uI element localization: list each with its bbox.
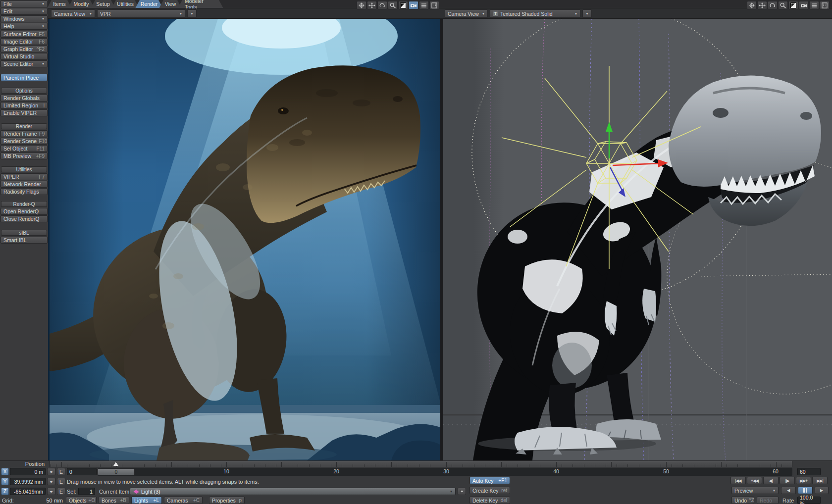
go-end-button[interactable]: ▶▶| — [812, 477, 828, 484]
edit-objects-button[interactable]: Objects+O — [66, 497, 97, 504]
sidebar-network-render[interactable]: Network Render — [0, 181, 48, 188]
pan-icon[interactable] — [747, 1, 757, 9]
single-view-icon[interactable] — [398, 1, 408, 9]
play-reverse-button[interactable]: ◀ — [781, 487, 796, 494]
film-icon[interactable] — [820, 1, 830, 9]
edit-cameras-button[interactable]: Cameras+C — [164, 497, 203, 504]
sidebar-graph-editor[interactable]: Graph Editor^F2 — [0, 46, 48, 52]
z-spinner[interactable]: ◂▸ — [47, 488, 55, 495]
item-picker-button[interactable] — [458, 488, 466, 495]
preview-dropdown[interactable]: Preview▼ — [731, 487, 779, 494]
sidebar-render-scene[interactable]: Render SceneF10 — [0, 138, 48, 145]
right-render-mode-dropdown[interactable]: T Textured Shaded Solid▼ — [490, 9, 580, 18]
tab-modify[interactable]: Modify — [68, 0, 95, 8]
tick-label-30: 30 — [436, 468, 456, 474]
sidebar-radiosity-flags[interactable]: Radiosity Flags — [0, 188, 48, 195]
left-render-mode-dropdown[interactable]: VPR▼ — [97, 9, 185, 18]
y-axis-badge[interactable]: Y — [1, 478, 9, 485]
sidebar-mb-preview[interactable]: MB Preview+F9 — [0, 152, 48, 159]
properties-button[interactable]: Propertiesp — [209, 497, 245, 504]
y-spinner[interactable]: ◂▸ — [47, 478, 55, 485]
move-icon[interactable] — [757, 1, 767, 9]
timeline-track[interactable]: 0 10 20 30 40 50 60 — [98, 468, 792, 476]
zoom-icon[interactable] — [778, 1, 788, 9]
chevron-down-icon: ▼ — [586, 12, 589, 15]
tab-modeler-tools[interactable]: Modeler Tools — [178, 0, 223, 8]
section-header-utilities: Utilities — [1, 166, 47, 172]
sidebar-limited-region[interactable]: Limited Regionl — [0, 102, 48, 109]
camera-icon[interactable] — [409, 1, 418, 9]
y-envelope-button[interactable]: E — [57, 478, 65, 485]
sidebar-sel-object[interactable]: Sel ObjectF11 — [0, 145, 48, 152]
delete-key-button[interactable]: Delete Keydel — [469, 497, 510, 504]
sidebar-image-editor[interactable]: Image EditorF6 — [0, 38, 48, 45]
single-view-icon[interactable] — [788, 1, 798, 9]
timeline-ruler[interactable] — [50, 460, 792, 467]
current-item-dropdown[interactable]: Light (3) ▼ — [130, 488, 456, 495]
sel-count-field: 1 — [78, 488, 95, 495]
edit-lights-button[interactable]: Lights+L — [131, 497, 162, 504]
tab-render[interactable]: Render — [135, 0, 163, 8]
redo-button[interactable]: Redo — [757, 497, 779, 504]
timeline-slider[interactable]: 0 — [98, 468, 135, 475]
pause-button[interactable] — [798, 487, 813, 494]
create-key-button[interactable]: Create Keyret — [469, 487, 510, 494]
rate-field[interactable]: 100.0 % — [797, 497, 821, 504]
step-back-button[interactable]: ◀|| — [763, 477, 779, 484]
undo-button[interactable]: Undo^Z — [731, 497, 754, 504]
opengl-viewport[interactable] — [443, 19, 832, 460]
right-header-extra-dropdown[interactable]: ▼ — [582, 9, 592, 18]
x-envelope-button[interactable]: E — [57, 468, 65, 475]
list-icon[interactable] — [419, 1, 429, 9]
chevron-down-icon: ▼ — [40, 25, 45, 28]
rotate-icon[interactable] — [377, 1, 387, 9]
x-spinner[interactable]: ◂▸ — [47, 468, 55, 475]
rotate-icon[interactable] — [768, 1, 778, 9]
move-icon[interactable] — [367, 1, 377, 9]
menu-help[interactable]: Help▼ — [0, 23, 48, 30]
sidebar-smart-ibl[interactable]: Smart IBL — [0, 237, 48, 244]
current-frame-field[interactable]: 0 — [67, 468, 97, 475]
section-header-options: Options — [1, 88, 47, 94]
sidebar-viper[interactable]: VIPERF7 — [0, 173, 48, 180]
x-position-field[interactable]: 0 m — [10, 468, 46, 475]
x-axis-badge[interactable]: X — [1, 468, 9, 475]
zoom-icon[interactable] — [388, 1, 398, 9]
prev-keyframe-button[interactable]: +◀◀ — [747, 477, 762, 484]
step-forward-button[interactable]: ||▶ — [780, 477, 795, 484]
z-envelope-button[interactable]: E — [57, 488, 65, 495]
pan-icon[interactable] — [357, 1, 366, 9]
camera-icon[interactable] — [799, 1, 809, 9]
next-keyframe-button[interactable]: ▶▶+ — [796, 477, 811, 484]
edit-bones-button[interactable]: Bones+B — [99, 497, 129, 504]
sidebar-render-globals[interactable]: Render Globals — [0, 95, 48, 101]
z-axis-badge[interactable]: Z — [1, 488, 9, 495]
menu-windows[interactable]: Windows▼ — [0, 15, 48, 22]
film-icon[interactable] — [429, 1, 439, 9]
auto-key-button[interactable]: Auto Key+F1 — [469, 477, 510, 484]
end-frame-field[interactable]: 60 — [797, 468, 821, 475]
play-forward-button[interactable]: ▶ — [815, 487, 829, 494]
tab-utilities[interactable]: Utilities — [111, 0, 139, 8]
sidebar-scene-editor[interactable]: Scene Editor▼ — [0, 60, 48, 67]
sidebar-virtual-studio[interactable]: Virtual Studio — [0, 53, 48, 60]
section-header-sibl: sIBL — [1, 230, 47, 236]
sidebar-parent-in-place[interactable]: Parent in Place — [0, 74, 48, 81]
vpr-viewport[interactable] — [48, 19, 442, 460]
chevron-down-icon: ▼ — [40, 17, 45, 20]
sidebar-open-renderq[interactable]: Open RenderQ — [0, 208, 48, 215]
menu-file[interactable]: File▼ — [0, 0, 48, 7]
right-view-type-dropdown[interactable]: Camera View▼ — [445, 9, 488, 18]
sidebar-enable-viper[interactable]: Enable VIPER — [0, 109, 48, 116]
sidebar-surface-editor[interactable]: Surface EditorF5 — [0, 31, 48, 38]
tick-label-60: 60 — [766, 468, 785, 474]
sidebar-render-frame[interactable]: Render FrameF9 — [0, 130, 48, 137]
list-icon[interactable] — [809, 1, 819, 9]
sidebar-close-renderq[interactable]: Close RenderQ — [0, 215, 48, 222]
go-start-button[interactable]: |◀◀ — [730, 477, 746, 484]
y-position-field[interactable]: 39.9992 mm — [10, 478, 46, 485]
left-view-type-dropdown[interactable]: Camera View▼ — [51, 9, 95, 18]
menu-edit[interactable]: Edit▼ — [0, 8, 48, 15]
left-header-extra-dropdown[interactable]: ▼ — [187, 9, 197, 18]
z-position-field[interactable]: -65.0419mm — [10, 488, 46, 495]
